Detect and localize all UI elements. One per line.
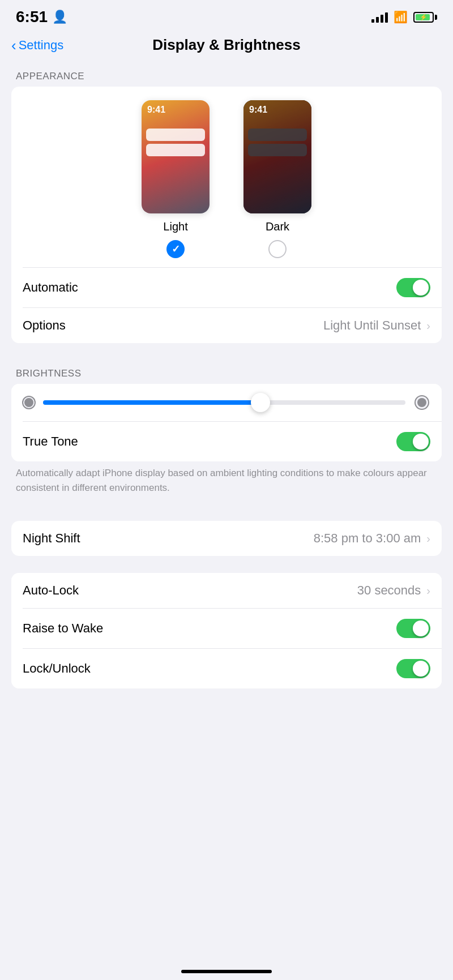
toggle-thumb bbox=[413, 661, 429, 677]
night-shift-label: Night Shift bbox=[23, 531, 80, 546]
light-theme-option[interactable]: 9:41 Light ✓ bbox=[142, 100, 210, 258]
back-chevron-icon: ‹ bbox=[11, 38, 16, 53]
slider-fill bbox=[43, 400, 260, 405]
automatic-toggle[interactable] bbox=[396, 278, 430, 297]
battery-icon: ⚡ bbox=[413, 12, 437, 23]
brightness-slider[interactable] bbox=[43, 400, 405, 405]
brightness-card: True Tone bbox=[11, 384, 442, 461]
raise-to-wake-label: Raise to Wake bbox=[23, 621, 103, 636]
status-time: 6:51 👤 bbox=[16, 8, 67, 26]
night-shift-value: 8:58 pm to 3:00 am bbox=[314, 531, 421, 546]
slider-track bbox=[43, 400, 405, 405]
lock-unlock-row: Lock/Unlock bbox=[11, 649, 442, 688]
theme-selector: 9:41 Light ✓ 9:41 bbox=[11, 87, 442, 343]
chevron-right-icon: › bbox=[426, 319, 430, 332]
true-tone-description: Automatically adapt iPhone display based… bbox=[0, 461, 453, 504]
status-right: 📶 ⚡ bbox=[371, 10, 437, 24]
chevron-right-icon: › bbox=[426, 532, 430, 545]
signal-icon bbox=[371, 11, 388, 23]
raise-to-wake-toggle[interactable] bbox=[396, 619, 430, 638]
light-theme-label: Light bbox=[163, 220, 187, 233]
night-shift-right: 8:58 pm to 3:00 am › bbox=[314, 531, 430, 546]
page-title: Display & Brightness bbox=[152, 36, 301, 54]
home-indicator bbox=[181, 970, 272, 973]
light-theme-radio[interactable]: ✓ bbox=[166, 240, 185, 258]
toggle-thumb bbox=[413, 280, 429, 296]
lock-unlock-label: Lock/Unlock bbox=[23, 661, 91, 676]
toggle-thumb bbox=[413, 620, 429, 636]
night-shift-card: Night Shift 8:58 pm to 3:00 am › bbox=[11, 521, 442, 556]
auto-lock-section: Auto-Lock 30 seconds › Raise to Wake Loc… bbox=[0, 573, 453, 688]
slider-thumb[interactable] bbox=[251, 393, 270, 412]
back-button[interactable]: ‹ Settings bbox=[11, 38, 63, 53]
back-label: Settings bbox=[19, 38, 64, 53]
options-value: Light Until Sunset bbox=[323, 318, 421, 333]
dark-theme-radio[interactable] bbox=[268, 240, 287, 258]
automatic-label: Automatic bbox=[23, 280, 78, 295]
true-tone-label: True Tone bbox=[23, 434, 78, 449]
theme-options: 9:41 Light ✓ 9:41 bbox=[11, 100, 442, 267]
auto-lock-value: 30 seconds bbox=[357, 583, 421, 598]
raise-to-wake-row: Raise to Wake bbox=[11, 609, 442, 648]
sun-large-icon bbox=[413, 394, 430, 411]
appearance-card: 9:41 Light ✓ 9:41 bbox=[11, 87, 442, 343]
nav-bar: ‹ Settings Display & Brightness bbox=[0, 31, 453, 63]
options-label: Options bbox=[23, 318, 66, 333]
options-right: Light Until Sunset › bbox=[323, 318, 430, 333]
dark-theme-label: Dark bbox=[266, 220, 289, 233]
toggle-thumb bbox=[413, 434, 429, 450]
automatic-row: Automatic bbox=[11, 268, 442, 307]
wifi-icon: 📶 bbox=[394, 10, 408, 24]
time-display: 6:51 bbox=[16, 8, 48, 26]
brightness-slider-row bbox=[11, 384, 442, 421]
sun-small-icon bbox=[23, 396, 35, 409]
dark-theme-option[interactable]: 9:41 Dark bbox=[243, 100, 311, 258]
auto-lock-card: Auto-Lock 30 seconds › Raise to Wake Loc… bbox=[11, 573, 442, 688]
auto-lock-right: 30 seconds › bbox=[357, 583, 430, 598]
person-icon: 👤 bbox=[52, 10, 67, 24]
brightness-section-label: BRIGHTNESS bbox=[0, 360, 453, 384]
options-row[interactable]: Options Light Until Sunset › bbox=[11, 308, 442, 343]
light-theme-preview: 9:41 bbox=[142, 100, 210, 213]
night-shift-section: Night Shift 8:58 pm to 3:00 am › bbox=[0, 521, 453, 556]
appearance-section-label: APPEARANCE bbox=[0, 63, 453, 87]
true-tone-toggle[interactable] bbox=[396, 432, 430, 451]
lock-unlock-toggle[interactable] bbox=[396, 659, 430, 678]
dark-theme-preview: 9:41 bbox=[243, 100, 311, 213]
auto-lock-label: Auto-Lock bbox=[23, 583, 79, 598]
auto-lock-row[interactable]: Auto-Lock 30 seconds › bbox=[11, 573, 442, 608]
status-bar: 6:51 👤 📶 ⚡ bbox=[0, 0, 453, 31]
chevron-right-icon: › bbox=[426, 584, 430, 597]
check-icon: ✓ bbox=[172, 243, 180, 255]
night-shift-row[interactable]: Night Shift 8:58 pm to 3:00 am › bbox=[11, 521, 442, 556]
brightness-section: BRIGHTNESS True Tone Automatically adapt… bbox=[0, 360, 453, 504]
true-tone-row: True Tone bbox=[11, 422, 442, 461]
